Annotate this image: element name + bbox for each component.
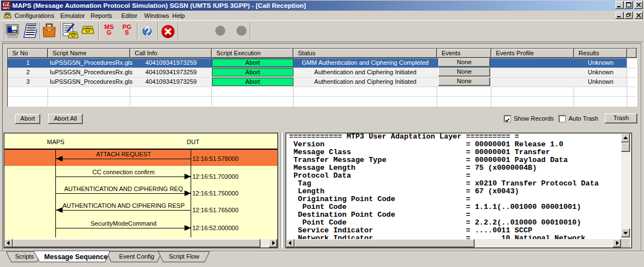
svg-text:Scripts: Scripts	[15, 253, 34, 260]
svg-text:Event Config: Event Config	[119, 253, 154, 260]
svg-text:Message Sequence: Message Sequence	[44, 253, 108, 261]
svg-text:Script Flow: Script Flow	[169, 253, 199, 260]
